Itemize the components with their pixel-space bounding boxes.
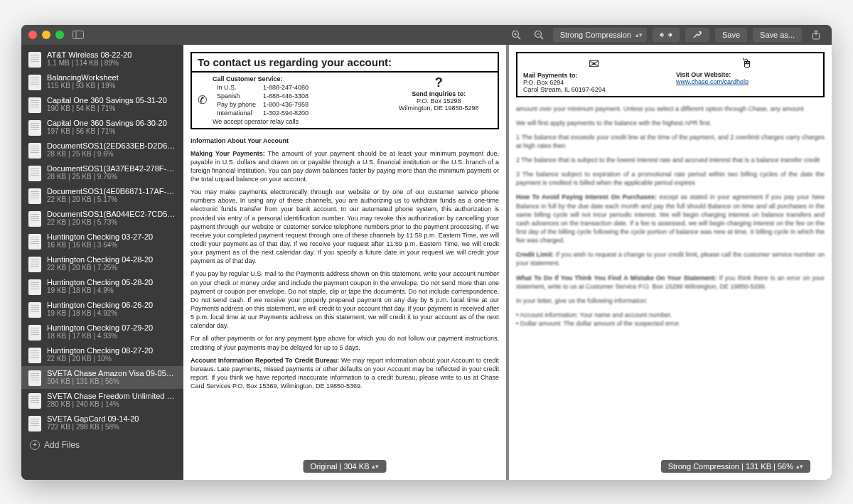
compressed-body-preview: amount over your minimum payment. Unless… [516,104,825,328]
file-meta: 304 KB | 131 KB | 56% [47,377,176,385]
zoom-out-icon[interactable] [530,28,547,42]
document-icon [28,348,41,363]
document-icon [28,120,41,136]
file-name: BalancingWorksheet [47,73,176,82]
file-item[interactable]: AT&T Wireless 08-22-20 1.1 MB | 114 KB |… [21,48,183,70]
file-meta: 16 KB | 16 KB | 3.64% [47,241,176,249]
chevron-updown-icon: ▴▾ [796,463,803,470]
document-body: Information About Your Account Making Yo… [191,136,499,391]
file-item[interactable]: SVETA GapCard 09-14-20 722 KB | 298 KB |… [21,412,183,434]
file-meta: 1.1 MB | 114 KB | 89% [47,59,176,67]
original-size-badge[interactable]: Original | 304 KB ▴▾ [304,460,387,473]
file-meta: 28 KB | 25 KB | 9.6% [47,150,176,158]
file-name: AT&T Wireless 08-22-20 [47,50,176,59]
svg-line-7 [540,36,543,39]
document-icon [28,234,41,250]
file-name: DocumentSOS1(3A37EB42-278F-47... [47,164,176,173]
file-meta: 115 KB | 93 KB | 19% [47,82,176,90]
compressed-pane: ✉ Mail Payments to: P.O. Box 6294 Carol … [506,45,832,480]
file-name: SVETA Chase Amazon Visa 09-05-20 [47,369,176,377]
contact-box: ✉ Mail Payments to: P.O. Box 6294 Carol … [516,52,825,97]
sidebar-toggle-icon[interactable] [70,28,87,42]
document-icon [28,302,41,318]
file-name: Capital One 360 Savings 06-30-20 [47,119,176,127]
original-pane: To contact us regarding your account: ✆ … [183,45,506,480]
file-item[interactable]: BalancingWorksheet 115 KB | 93 KB | 19% [21,70,183,93]
plus-icon: + [30,440,40,450]
file-meta: 22 KB | 20 KB | 5.17% [47,195,176,203]
website-link[interactable]: www.chase.com/cardhelp [676,78,749,85]
share-icon[interactable] [808,28,825,42]
phone-table: In U.S.1-888-247-4080 Spanish1-888-446-3… [213,82,313,118]
close-window-button[interactable] [28,31,37,39]
file-name: Capital One 360 Savings 05-31-20 [47,96,176,104]
file-item[interactable]: Huntington Checking 04-28-20 22 KB | 20 … [21,252,183,275]
file-item[interactable]: Capital One 360 Savings 05-31-20 190 KB … [21,93,183,116]
zoom-in-icon[interactable] [508,28,525,42]
file-item[interactable]: Huntington Checking 08-27-20 22 KB | 20 … [21,343,183,366]
file-item[interactable]: SVETA Chase Amazon Visa 09-05-20 304 KB … [21,366,183,389]
file-item[interactable]: DocumentSOS1(3A37EB42-278F-47... 28 KB |… [21,161,183,184]
document-icon [28,97,41,113]
call-service-heading: Call Customer Service: [213,75,313,82]
mail-heading: Mail Payments to: [523,72,665,79]
svg-rect-0 [73,31,84,38]
file-meta: 28 KB | 25 KB | 9.76% [47,173,176,181]
file-item[interactable]: SVETA Chase Freedom Unlimited 09-... 280… [21,389,183,412]
save-as-button[interactable]: Save as... [753,28,802,42]
file-item[interactable]: DocumentSOS1(2ED633EB-D2D6-4... 28 KB | … [21,139,183,161]
file-meta: 22 KB | 20 KB | 7.25% [47,264,176,272]
file-meta: 22 KB | 20 KB | 5.73% [47,218,176,226]
document-icon [28,279,41,295]
phone-icon: ✆ [198,93,207,107]
file-name: DocumentSOS1(2ED633EB-D2D6-4... [47,141,176,150]
info-heading: Information About Your Account [191,137,289,144]
svg-line-3 [517,36,520,39]
chevron-updown-icon: ▴▾ [372,463,379,470]
document-icon [28,143,41,159]
file-meta: 22 KB | 20 KB | 10% [47,355,176,363]
file-name: Huntington Checking 04-28-20 [47,255,176,264]
compressed-size-badge[interactable]: Strong Compression | 131 KB | 56% ▴▾ [661,460,810,473]
file-list-sidebar[interactable]: AT&T Wireless 08-22-20 1.1 MB | 114 KB |… [21,45,183,480]
file-meta: 280 KB | 240 KB | 14% [47,400,176,408]
document-icon [28,393,41,409]
file-item[interactable]: Huntington Checking 05-28-20 19 KB | 18 … [21,275,183,298]
contact-box: To contact us regarding your account: ✆ … [191,52,499,129]
file-item[interactable]: Huntington Checking 06-26-20 19 KB | 18 … [21,298,183,321]
file-item[interactable]: Capital One 360 Savings 06-30-20 197 KB … [21,116,183,139]
app-window: Strong Compression ▴▾ Save Save as... AT… [21,25,832,480]
file-item[interactable]: Huntington Checking 03-27-20 16 KB | 16 … [21,230,183,252]
mouse-icon: 🖱 [676,56,817,71]
relay-note: We accept operator relay calls [213,118,313,125]
file-name: SVETA GapCard 09-14-20 [47,414,176,423]
preview-area: To contact us regarding your account: ✆ … [183,45,832,480]
file-name: DocumentSOS1(BA044EC2-7CD5-4... [47,210,176,218]
file-meta: 190 KB | 54 KB | 71% [47,104,176,112]
file-meta: 722 KB | 298 KB | 58% [47,423,176,431]
question-icon: ? [386,75,492,90]
file-name: Huntington Checking 07-29-20 [47,323,176,332]
file-meta: 18 KB | 17 KB | 4.93% [47,332,176,340]
titlebar: Strong Compression ▴▾ Save Save as... [21,25,832,45]
compression-mode-label: Strong Compression [560,31,631,39]
file-name: Huntington Checking 03-27-20 [47,232,176,241]
document-icon [28,211,41,227]
add-files-button[interactable]: +Add Files [21,434,183,456]
settings-button[interactable] [685,28,709,42]
zoom-window-button[interactable] [55,31,64,39]
contact-title: To contact us regarding your account: [192,53,498,73]
minimize-window-button[interactable] [42,31,50,39]
document-icon [28,325,41,341]
file-item[interactable]: Huntington Checking 07-29-20 18 KB | 17 … [21,321,183,343]
compare-toggle-button[interactable] [653,28,680,42]
document-icon [28,52,41,68]
file-meta: 19 KB | 18 KB | 4.9% [47,286,176,294]
compression-mode-select[interactable]: Strong Compression ▴▾ [553,28,647,42]
file-item[interactable]: DocumentSOS1(4E0B6871-17AF-4B... 22 KB |… [21,184,183,207]
file-name: Huntington Checking 08-27-20 [47,346,176,355]
file-meta: 19 KB | 18 KB | 4.92% [47,309,176,317]
window-controls [28,31,64,39]
file-item[interactable]: DocumentSOS1(BA044EC2-7CD5-4... 22 KB | … [21,207,183,230]
save-button[interactable]: Save [715,28,747,42]
